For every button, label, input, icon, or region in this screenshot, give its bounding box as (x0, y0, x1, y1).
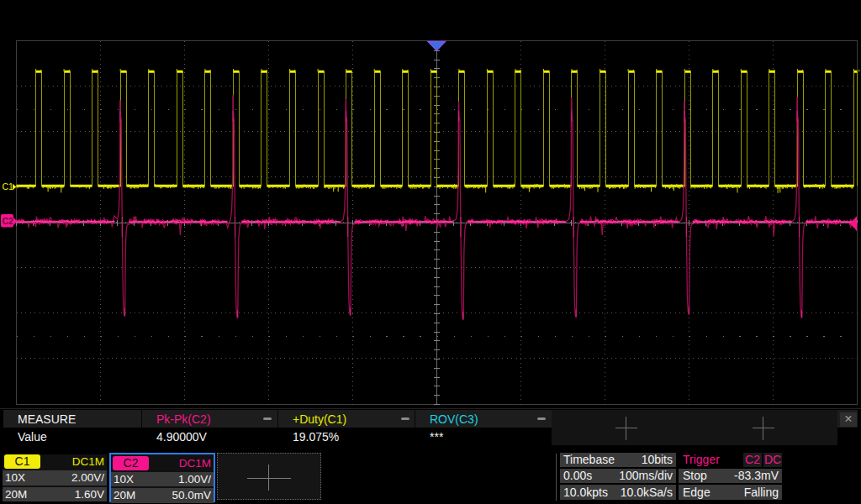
svg-text:C2: C2 (3, 216, 14, 226)
svg-text:C1: C1 (3, 181, 14, 192)
